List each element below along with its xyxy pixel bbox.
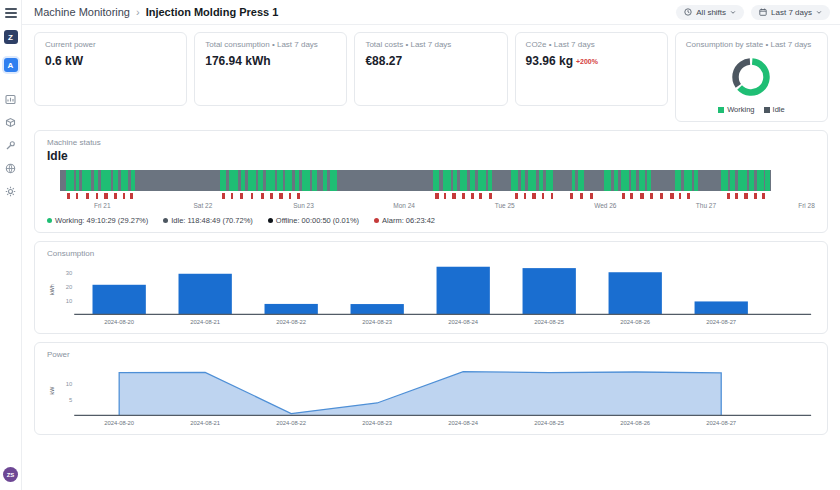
working-segment (433, 170, 439, 191)
status-legend-dot (268, 218, 273, 223)
alarm-tick (261, 193, 264, 199)
alarm-tick (444, 193, 446, 199)
kpi-label: Current power (45, 40, 176, 49)
status-legend-item: Idle: 118:48:49 (70.72%) (163, 216, 253, 225)
sidebar-item-assets[interactable] (5, 117, 16, 128)
status-axis-label: Sat 22 (193, 202, 212, 209)
alarm-tick (650, 193, 653, 199)
working-segment (765, 170, 769, 191)
consumption-bar (93, 285, 146, 315)
hamburger-menu-icon[interactable] (5, 8, 17, 18)
machine-status-current: Idle (47, 149, 815, 163)
working-segment (572, 170, 576, 191)
app-logo[interactable]: Z (4, 30, 18, 44)
status-legend-item: Alarm: 06:23:42 (374, 216, 435, 225)
consumption-bar-chart[interactable]: kWh1020302024-08-202024-08-212024-08-222… (47, 260, 815, 326)
alarm-tick (551, 193, 554, 199)
alarm-tick (471, 193, 474, 199)
alarm-tick (123, 193, 125, 199)
consumption-bar (179, 274, 232, 315)
kpi-label: Consumption by state • Last 7 days (686, 40, 817, 49)
status-legend-dot (47, 218, 52, 223)
status-timeline[interactable] (60, 170, 771, 191)
consumption-title: Consumption (47, 249, 815, 258)
alarm-tick (687, 193, 690, 199)
working-segment (730, 170, 734, 191)
consumption-bar (523, 268, 576, 314)
status-legend-item: Working: 49:10:29 (29.27%) (47, 216, 148, 225)
x-tick-label: 2024-08-22 (276, 319, 306, 325)
working-segment (323, 170, 327, 191)
y-axis-label: kW (49, 386, 55, 395)
working-segment (614, 170, 618, 191)
sidebar-item-monitoring[interactable] (5, 94, 16, 105)
power-area-chart[interactable]: kW5102024-08-202024-08-212024-08-222024-… (47, 361, 815, 427)
working-segment (639, 170, 645, 191)
x-tick-label: 2024-08-21 (190, 420, 220, 426)
status-legend: Working: 49:10:29 (29.27%)Idle: 118:48:4… (47, 216, 815, 225)
working-segment (528, 170, 537, 191)
working-segment (604, 170, 611, 191)
alarm-tick (670, 193, 674, 199)
x-tick-label: 2024-08-20 (104, 420, 135, 426)
sidebar-item-network[interactable] (5, 163, 16, 174)
working-segment (295, 170, 299, 191)
working-segment (578, 170, 584, 191)
breadcrumb-root-link[interactable]: Machine Monitoring (34, 6, 130, 18)
legend-idle-label: Idle (773, 105, 785, 114)
alarm-tick (679, 193, 681, 199)
x-tick-label: 2024-08-23 (362, 319, 392, 325)
working-segment (488, 170, 492, 191)
working-segment (511, 170, 517, 191)
alarm-tick (762, 193, 764, 199)
working-segment (684, 170, 693, 191)
alarm-tick (542, 193, 544, 199)
y-tick-label: 10 (66, 298, 73, 304)
kpi-card-total-costs: Total costs • Last 7 days €88.27 (354, 32, 507, 106)
working-segment (229, 170, 238, 191)
alarm-tick (240, 193, 244, 199)
sidebar-item-tools[interactable] (5, 140, 16, 151)
user-avatar[interactable]: ZS (3, 467, 18, 482)
alarm-tick (515, 193, 518, 199)
date-range-label: Last 7 days (771, 8, 812, 17)
shift-filter-button[interactable]: All shifts (676, 5, 744, 20)
working-segment (675, 170, 681, 191)
kpi-card-consumption-by-state: Consumption by state • Last 7 days Worki… (675, 32, 828, 122)
legend-idle: Idle (764, 105, 785, 114)
working-segment (443, 170, 452, 191)
x-tick-label: 2024-08-23 (362, 420, 392, 426)
working-segment (647, 170, 651, 191)
consumption-bar (609, 272, 662, 314)
sidebar-item-settings[interactable] (5, 186, 16, 197)
shift-filter-label: All shifts (696, 8, 726, 17)
chevron-down-icon (816, 10, 822, 15)
working-segment (82, 170, 91, 191)
working-segment (302, 170, 311, 191)
workspace-tile[interactable]: A (4, 58, 18, 72)
alarm-tick (130, 193, 133, 199)
alarm-tick (452, 193, 456, 199)
machine-status-panel: Machine status Idle Fri 21Sat 22Sun 23Mo… (34, 130, 828, 233)
alarm-tick (660, 193, 662, 199)
kpi-value: 93.96 kg+200% (526, 54, 657, 68)
alarm-tick (270, 193, 272, 199)
breadcrumb-separator: › (136, 6, 140, 18)
alarm-tick (622, 193, 625, 199)
working-segment (546, 170, 552, 191)
status-axis-label: Mon 24 (393, 202, 415, 209)
alarm-tick (630, 193, 632, 199)
x-tick-label: 2024-08-27 (706, 319, 736, 325)
status-legend-label: Working: 49:10:29 (29.27%) (55, 216, 148, 225)
clock-icon (684, 8, 692, 16)
working-segment (258, 170, 263, 191)
working-segment (478, 170, 486, 191)
status-axis-label: Thu 27 (696, 202, 716, 209)
working-segment (621, 170, 629, 191)
chevron-down-icon (730, 10, 736, 15)
date-range-button[interactable]: Last 7 days (751, 5, 830, 20)
chart-icon (5, 94, 16, 105)
y-tick-label: 5 (69, 397, 72, 403)
alarm-tick (727, 193, 730, 199)
working-segment (277, 170, 283, 191)
